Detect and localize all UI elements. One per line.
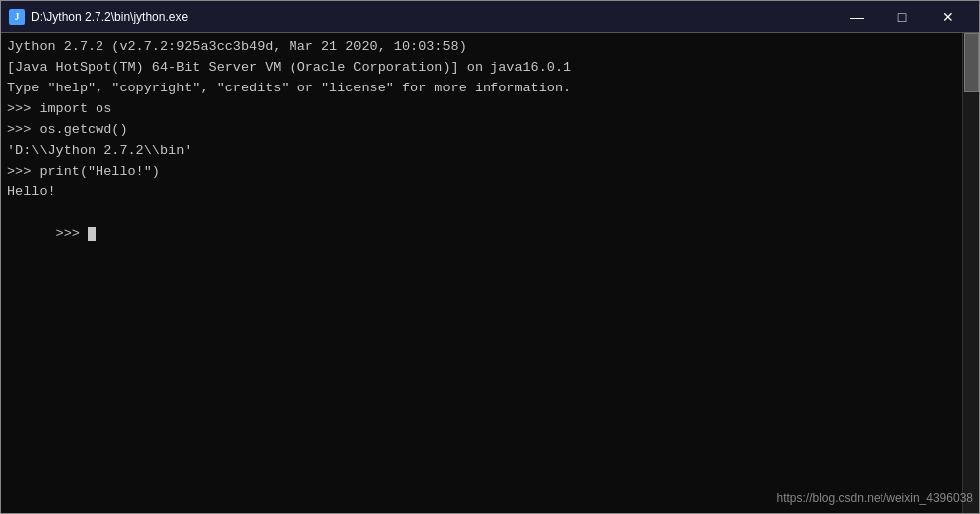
console-line-5: >>> os.getcwd(): [7, 120, 973, 141]
scrollbar[interactable]: [962, 33, 979, 513]
console-line-2: [Java HotSpot(TM) 64-Bit Server VM (Orac…: [7, 58, 973, 79]
minimize-button[interactable]: —: [834, 1, 880, 33]
console-line-3: Type "help", "copyright", "credits" or "…: [7, 79, 973, 99]
console-line-4: >>> import os: [7, 99, 973, 120]
close-button[interactable]: ✕: [925, 1, 971, 33]
window-controls: — □ ✕: [834, 1, 971, 33]
scrollbar-thumb[interactable]: [964, 33, 979, 92]
console-output[interactable]: Jython 2.7.2 (v2.7.2:925a3cc3b49d, Mar 2…: [1, 33, 979, 513]
console-line-7: >>> print("Hello!"): [7, 162, 973, 183]
console-line-6: 'D:\\Jython 2.7.2\\bin': [7, 141, 973, 162]
app-icon: J: [9, 9, 25, 25]
cursor-blink: [88, 227, 96, 241]
maximize-button[interactable]: □: [880, 1, 925, 33]
console-line-1: Jython 2.7.2 (v2.7.2:925a3cc3b49d, Mar 2…: [7, 37, 973, 58]
window-title: D:\Jython 2.7.2\bin\jython.exe: [31, 10, 188, 24]
window: J D:\Jython 2.7.2\bin\jython.exe — □ ✕ J…: [0, 0, 980, 514]
title-bar-left: J D:\Jython 2.7.2\bin\jython.exe: [9, 9, 188, 25]
console-prompt: >>>: [56, 226, 88, 241]
console-line-8: Hello!: [7, 182, 973, 203]
watermark: https://blog.csdn.net/weixin_4396038: [777, 491, 973, 505]
console-prompt-line: >>>: [7, 203, 973, 265]
title-bar: J D:\Jython 2.7.2\bin\jython.exe — □ ✕: [1, 1, 979, 33]
